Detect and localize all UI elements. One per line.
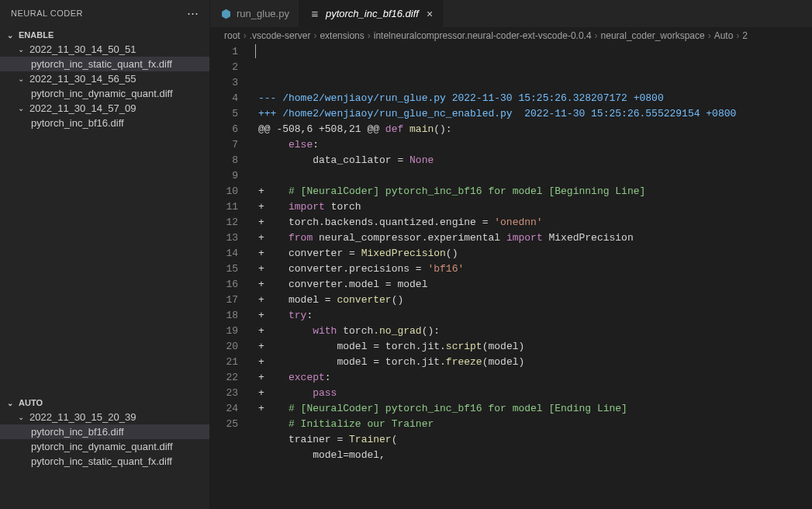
file-label: pytorch_inc_dynamic_quant.diff xyxy=(31,88,173,99)
section-enable[interactable]: ⌄ ENABLE xyxy=(0,28,209,42)
code-line[interactable]: + import torch xyxy=(258,199,812,215)
breadcrumb-item[interactable]: neural_coder_workspace xyxy=(601,30,705,41)
breadcrumb-item[interactable]: root xyxy=(224,30,240,41)
diff-icon: ≡ xyxy=(309,8,321,20)
code-line[interactable]: + torch.backends.quantized.engine = 'one… xyxy=(258,215,812,230)
code-editor[interactable]: 1234567891011121314151617181920212223242… xyxy=(210,44,812,509)
cursor xyxy=(255,44,256,58)
file-item[interactable]: pytorch_inc_dynamic_quant.diff xyxy=(0,86,209,101)
sidebar: NEURAL CODER ⋯ ⌄ ENABLE ⌄ 2022_11_30_14_… xyxy=(0,0,210,509)
line-number: 20 xyxy=(210,339,238,355)
folder-item[interactable]: ⌄ 2022_11_30_14_56_55 xyxy=(0,71,209,86)
code-line[interactable]: + model = converter() xyxy=(258,293,812,308)
code-line[interactable]: # Initialize our Trainer xyxy=(258,417,812,432)
code-line[interactable]: + try: xyxy=(258,308,812,324)
code-line[interactable] xyxy=(258,463,812,479)
chevron-down-icon: ⌄ xyxy=(5,399,16,407)
chevron-down-icon: ⌄ xyxy=(16,45,26,54)
chevron-down-icon: ⌄ xyxy=(16,413,26,421)
section-label: ENABLE xyxy=(19,30,54,40)
file-item[interactable]: pytorch_inc_static_quant_fx.diff xyxy=(0,454,209,469)
line-number: 24 xyxy=(210,401,238,417)
code-line[interactable]: + model = torch.jit.freeze(model) xyxy=(258,355,812,370)
line-number: 13 xyxy=(210,230,238,246)
chevron-down-icon: ⌄ xyxy=(16,104,26,113)
section-label: AUTO xyxy=(19,398,43,407)
code-line[interactable] xyxy=(258,168,812,184)
sidebar-title: NEURAL CODER xyxy=(11,9,83,18)
code-line[interactable]: model=model, xyxy=(258,448,812,463)
line-number: 17 xyxy=(210,293,238,308)
tab-run-glue[interactable]: ⬢ run_glue.py xyxy=(210,0,299,27)
code-line[interactable]: + # [NeuralCoder] pytorch_inc_bf16 for m… xyxy=(258,401,812,417)
code-line[interactable]: + with torch.no_grad(): xyxy=(258,324,812,339)
code-line[interactable]: @@ -508,6 +508,21 @@ def main(): xyxy=(258,122,812,137)
chevron-down-icon: ⌄ xyxy=(5,31,16,40)
tab-bar: ⬢ run_glue.py ≡ pytorch_inc_bf16.diff × xyxy=(210,0,812,27)
code-line[interactable]: data_collator = None xyxy=(258,153,812,168)
line-number: 21 xyxy=(210,355,238,370)
breadcrumb-item[interactable]: extensions xyxy=(320,30,364,41)
line-number: 22 xyxy=(210,370,238,386)
line-number: 4 xyxy=(210,91,238,106)
breadcrumb-item[interactable]: 2 xyxy=(742,30,748,41)
code-line[interactable]: + converter.precisions = 'bf16' xyxy=(258,261,812,277)
code-content[interactable]: --- /home2/wenjiaoy/run_glue.py 2022-11-… xyxy=(255,44,812,509)
file-label: pytorch_inc_static_quant_fx.diff xyxy=(31,455,172,467)
folder-label: 2022_11_30_14_56_55 xyxy=(29,73,136,85)
folder-item[interactable]: ⌄ 2022_11_30_15_20_39 xyxy=(0,410,209,424)
code-line[interactable]: + converter = MixedPrecision() xyxy=(258,246,812,261)
code-line[interactable]: trainer = Trainer( xyxy=(258,432,812,448)
line-number: 23 xyxy=(210,386,238,401)
line-number: 5 xyxy=(210,106,238,122)
code-line[interactable]: + # [NeuralCoder] pytorch_inc_bf16 for m… xyxy=(258,184,812,199)
python-icon: ⬢ xyxy=(219,8,232,20)
sidebar-title-bar: NEURAL CODER ⋯ xyxy=(0,0,209,26)
code-line[interactable]: + model = torch.jit.script(model) xyxy=(258,339,812,355)
file-item[interactable]: pytorch_inc_dynamic_quant.diff xyxy=(0,439,209,454)
line-number: 9 xyxy=(210,168,238,184)
file-item[interactable]: pytorch_inc_bf16.diff xyxy=(0,116,209,130)
line-number: 3 xyxy=(210,75,238,91)
tab-diff[interactable]: ≡ pytorch_inc_bf16.diff × xyxy=(299,0,443,27)
breadcrumb-item[interactable]: .vscode-server xyxy=(250,30,311,41)
file-label: pytorch_inc_bf16.diff xyxy=(31,117,124,129)
file-item[interactable]: pytorch_inc_static_quant_fx.diff xyxy=(0,57,209,71)
line-number: 7 xyxy=(210,137,238,153)
folder-item[interactable]: ⌄ 2022_11_30_14_57_09 xyxy=(0,101,209,116)
line-number: 10 xyxy=(210,184,238,199)
file-label: pytorch_inc_static_quant_fx.diff xyxy=(31,58,172,70)
line-number: 2 xyxy=(210,60,238,75)
folder-label: 2022_11_30_14_57_09 xyxy=(29,102,136,114)
code-line[interactable]: else: xyxy=(258,137,812,153)
folder-label: 2022_11_30_15_20_39 xyxy=(29,411,136,423)
line-number: 15 xyxy=(210,261,238,277)
line-number: 6 xyxy=(210,122,238,137)
line-number: 11 xyxy=(210,199,238,215)
line-number: 1 xyxy=(210,44,238,60)
code-line[interactable]: + pass xyxy=(258,386,812,401)
section-auto[interactable]: ⌄ AUTO xyxy=(0,396,209,410)
file-item[interactable]: pytorch_inc_bf16.diff xyxy=(0,424,209,439)
file-label: pytorch_inc_dynamic_quant.diff xyxy=(31,441,173,452)
file-label: pytorch_inc_bf16.diff xyxy=(31,426,124,438)
line-number: 12 xyxy=(210,215,238,230)
code-line[interactable]: + converter.model = model xyxy=(258,277,812,293)
close-icon[interactable]: × xyxy=(427,8,433,20)
breadcrumb-item[interactable]: intelneuralcompressor.neural-coder-ext-v… xyxy=(374,30,592,41)
folder-item[interactable]: ⌄ 2022_11_30_14_50_51 xyxy=(0,42,209,57)
code-line[interactable]: + except: xyxy=(258,370,812,386)
line-number: 25 xyxy=(210,417,238,432)
editor-area: ⬢ run_glue.py ≡ pytorch_inc_bf16.diff × … xyxy=(210,0,812,509)
chevron-down-icon: ⌄ xyxy=(16,74,26,83)
breadcrumb-item[interactable]: Auto xyxy=(714,30,734,41)
tab-label: run_glue.py xyxy=(237,8,289,19)
code-line[interactable]: +++ /home2/wenjiaoy/run_glue_nc_enabled.… xyxy=(258,106,812,122)
tab-label: pytorch_inc_bf16.diff xyxy=(326,8,419,19)
code-line[interactable]: + from neural_compressor.experimental im… xyxy=(258,230,812,246)
line-gutter: 1234567891011121314151617181920212223242… xyxy=(210,44,255,509)
more-icon[interactable]: ⋯ xyxy=(187,6,199,20)
code-line[interactable]: --- /home2/wenjiaoy/run_glue.py 2022-11-… xyxy=(258,91,812,106)
folder-label: 2022_11_30_14_50_51 xyxy=(29,43,136,55)
breadcrumb[interactable]: root› .vscode-server› extensions› inteln… xyxy=(210,27,812,44)
